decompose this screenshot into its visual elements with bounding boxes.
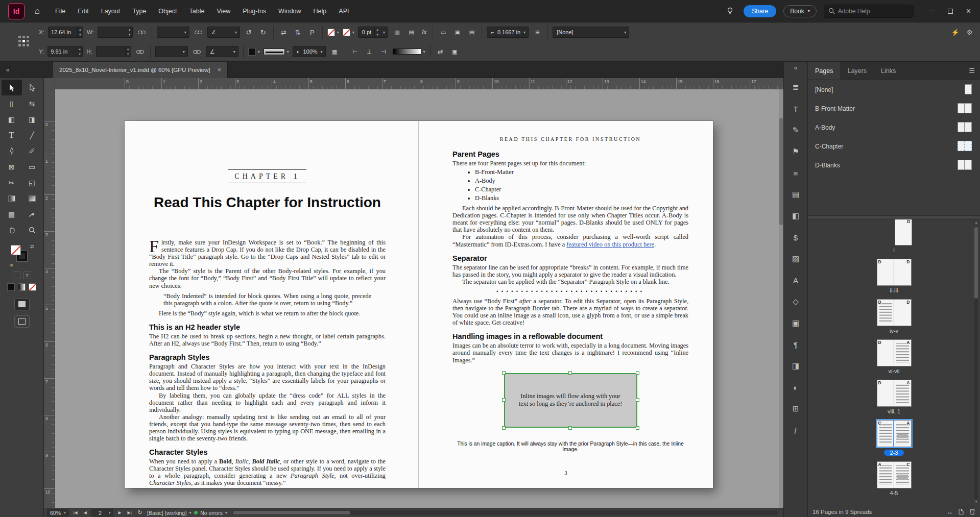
pencil-panel-icon[interactable]: ✎ — [786, 119, 805, 141]
link-scale-icon-2[interactable] — [192, 46, 202, 57]
text-panel-icon[interactable]: T — [786, 98, 805, 119]
first-page-button[interactable]: |◀ — [72, 510, 79, 515]
object-style-dropdown[interactable]: [None]▾ — [553, 27, 629, 38]
menu-api[interactable]: API — [332, 0, 355, 22]
content-placer-tool[interactable]: ◨ — [22, 111, 42, 127]
stroke-weight-stepper[interactable]: ▴▾ — [374, 27, 380, 37]
spread-thumbnail-iv-v[interactable]: D D iv-v — [876, 299, 912, 334]
eyedropper-tool[interactable] — [22, 206, 42, 222]
direct-selection-tool[interactable] — [22, 80, 42, 95]
rotate-cw-button[interactable]: ↻ — [258, 27, 269, 38]
tab-layers[interactable]: Layers — [840, 62, 874, 80]
stroke-swatch-control[interactable]: ▾ — [248, 48, 260, 56]
y-stepper[interactable]: ▴▾ — [77, 46, 82, 57]
menu-help[interactable]: Help — [307, 0, 333, 22]
formatting-affects-container-button[interactable] — [13, 272, 20, 279]
spread-label[interactable]: iv-v — [890, 328, 898, 334]
page-tool[interactable]: ▯ — [2, 95, 22, 111]
selection-handle[interactable] — [636, 398, 639, 402]
menu-panel-icon[interactable]: ≡ — [786, 162, 805, 184]
screen-mode-normal-button[interactable] — [14, 315, 30, 328]
spread-label[interactable]: 2-3 — [884, 450, 904, 456]
menu-plugins[interactable]: Plug-Ins — [236, 0, 272, 22]
stroke-style-button-1[interactable]: ▥ — [392, 27, 402, 38]
vertical-ruler[interactable]: 012345678910 — [44, 89, 55, 508]
data-merge-panel-icon[interactable]: $ — [786, 227, 805, 248]
type-tool[interactable]: T — [2, 127, 22, 143]
scale-y-dropdown[interactable]: ▾ — [155, 46, 188, 57]
create-new-page-button[interactable] — [958, 508, 964, 515]
width-input[interactable] — [98, 29, 127, 35]
spread-thumbnail-vi-vii[interactable]: D A vi-vii — [876, 339, 912, 374]
parent-page-row-d-blanks[interactable]: D-Blanks — [808, 156, 980, 175]
page-thumbnail[interactable]: D — [877, 299, 894, 326]
page-number-field[interactable]: 2▾ — [91, 509, 114, 516]
object-styles-panel-icon[interactable]: ◇ — [786, 291, 805, 312]
wrap-bounding-box-button[interactable]: ▣ — [452, 27, 463, 38]
stroke-type-dropdown[interactable]: ▾ — [264, 48, 289, 55]
gradient-panel-icon[interactable]: ▨ — [786, 248, 805, 269]
wrap-jump-button[interactable]: ▤ — [466, 27, 477, 38]
help-search-input[interactable] — [838, 8, 904, 15]
canvas-vertical-scrollbar[interactable] — [779, 89, 783, 508]
constrain-dimensions-icon[interactable] — [135, 46, 146, 57]
width-field[interactable]: ▴▾ — [98, 27, 133, 38]
zoom-level-dropdown[interactable]: 60%▾ — [47, 509, 69, 516]
gradient-swatch-tool[interactable] — [2, 190, 22, 206]
effects-panel-icon[interactable]: ◐ — [786, 377, 805, 398]
corner-options-combo[interactable]: ⌐0.1667 in▾ — [487, 27, 529, 38]
document-tab[interactable]: 2025_8x10_Novel-Interior_v1.indd @ 60% [… — [53, 62, 228, 78]
apply-gradient-button[interactable] — [18, 283, 26, 291]
page-thumbnail[interactable]: D — [895, 219, 912, 245]
edit-page-size-button[interactable]: ↔ — [947, 508, 953, 515]
pencil-tool[interactable] — [22, 143, 42, 159]
fx-panel-icon[interactable]: ƒ — [786, 420, 805, 441]
previous-page-button[interactable]: ◀ — [82, 510, 88, 515]
default-fill-stroke-icon[interactable]: ⊞ — [10, 263, 13, 267]
page-thumbnail[interactable]: C — [894, 461, 912, 488]
control-bar-settings-gear-icon[interactable]: ⚙ — [964, 27, 975, 38]
layers-panel-icon[interactable]: ▣ — [786, 312, 805, 334]
tab-links[interactable]: Links — [874, 62, 903, 80]
scrollbar-thumb[interactable] — [233, 511, 350, 514]
paragraph-panel-icon[interactable]: ¶ — [786, 334, 805, 355]
spread-label[interactable]: 4-5 — [890, 490, 898, 496]
text-wrap-panel-icon[interactable]: ◨ — [786, 355, 805, 377]
selection-handle[interactable] — [502, 371, 506, 375]
swap-arrows-icon[interactable]: ⇄ — [435, 46, 446, 57]
selection-handle[interactable] — [568, 426, 572, 430]
spread-thumbnail-4-5[interactable]: A C 4-5 — [876, 461, 912, 496]
pen-tool[interactable] — [2, 143, 22, 159]
page-thumbnail[interactable]: A — [877, 461, 894, 488]
rectangle-frame-tool[interactable]: ⊠ — [2, 159, 22, 175]
x-position-field[interactable]: ▴▾ — [48, 27, 83, 38]
gradient-feather-tool[interactable] — [22, 190, 42, 206]
y-position-field[interactable]: ▴▾ — [47, 46, 83, 57]
drop-shadow-button[interactable]: ▦ — [329, 46, 340, 57]
align-panel-icon[interactable]: ⊞ — [786, 398, 805, 420]
horizontal-ruler[interactable]: 01234567891011121314151617 — [44, 78, 783, 89]
scroll-down-icon[interactable]: ▾ — [975, 500, 977, 505]
tab-pages[interactable]: Pages — [808, 62, 840, 80]
parent-page-row-a-body[interactable]: A-Body — [808, 118, 980, 137]
selection-handle[interactable] — [636, 371, 639, 375]
restore-icon[interactable] — [948, 9, 953, 14]
stroke-color-control[interactable]: ▾ — [343, 29, 354, 36]
page-thumbnail[interactable]: D — [894, 299, 912, 326]
left-text-frame[interactable]: Firstly, make sure your InDesign Workspa… — [149, 239, 386, 487]
height-field[interactable]: ▴▾ — [96, 46, 131, 57]
last-page-button[interactable]: ▶| — [126, 510, 133, 515]
w-stepper[interactable]: ▴▾ — [127, 27, 132, 37]
flip-horizontal-button[interactable]: ⇄ — [278, 27, 289, 38]
parent-page-row-c-chapter[interactable]: C-Chapter — [808, 137, 980, 156]
document-page-3[interactable]: READ THIS CHAPTER FOR INSTRUCTION Parent… — [419, 121, 713, 488]
effects-fx-button[interactable]: fx — [420, 29, 428, 36]
next-page-button[interactable]: ▶ — [116, 510, 123, 515]
share-button[interactable]: Share — [744, 5, 776, 17]
scroll-up-icon[interactable]: ▴ — [975, 220, 977, 226]
adobe-help-search[interactable] — [824, 5, 914, 18]
page-thumbnail[interactable]: A — [894, 420, 912, 447]
align-left-button[interactable]: ⊢ — [350, 46, 361, 57]
close-tab-icon[interactable]: × — [218, 66, 222, 73]
selection-tool[interactable] — [2, 80, 22, 95]
